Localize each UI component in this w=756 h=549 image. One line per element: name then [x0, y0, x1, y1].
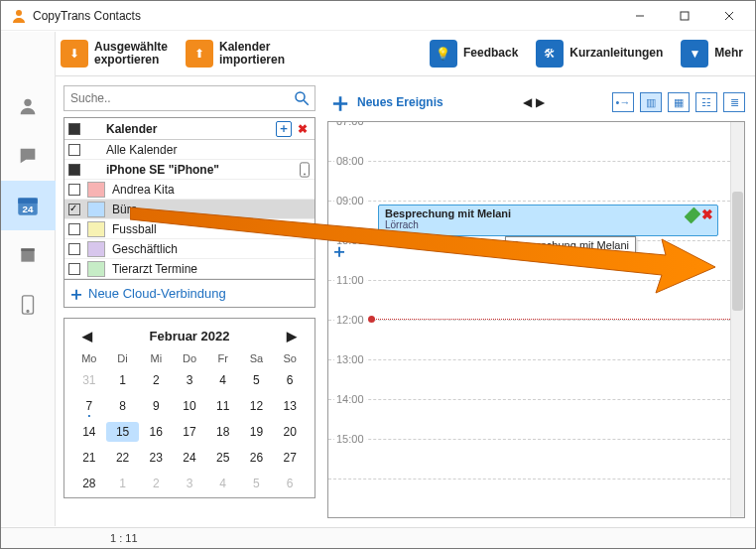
feedback-button[interactable]: 💡 Feedback — [430, 40, 518, 68]
export-icon: ⬇ — [61, 40, 88, 68]
mini-calendar-day[interactable]: 28 — [72, 474, 106, 493]
color-swatch — [87, 241, 105, 257]
scrollbar[interactable] — [730, 122, 744, 517]
mini-calendar-day[interactable]: 1 — [106, 370, 140, 390]
delete-calendar-button[interactable]: ✖ — [295, 121, 311, 137]
mini-calendar-day[interactable]: 14 — [72, 422, 106, 442]
more-button[interactable]: ▼ Mehr — [681, 40, 743, 68]
mini-calendar-day[interactable]: 6 — [273, 370, 307, 390]
color-swatch — [87, 221, 105, 237]
calendar-checkbox[interactable] — [64, 263, 84, 275]
calendar-row[interactable]: Andrea Kita — [64, 180, 315, 200]
mini-calendar-day[interactable]: 24 — [173, 448, 206, 468]
mini-calendar-day[interactable]: 15 — [106, 422, 140, 442]
event-tooltip: Besprechung mit Melani — [505, 236, 636, 254]
hour-row[interactable]: 14:00 — [328, 400, 730, 440]
mini-calendar-day[interactable]: 12 — [240, 396, 274, 416]
calendar-row-device[interactable]: iPhone SE "iPhone" — [64, 160, 315, 180]
new-cloud-connection[interactable]: ＋ Neue Cloud-Verbindung — [63, 280, 315, 308]
mini-calendar-day[interactable]: 10 — [173, 396, 206, 416]
export-selected-button[interactable]: ⬇ Ausgewählteexportieren — [61, 40, 168, 68]
hour-row[interactable]: 11:00 — [328, 281, 730, 321]
mini-calendar-day[interactable]: 31 — [72, 370, 106, 390]
search-box[interactable] — [63, 85, 315, 111]
rail-device[interactable] — [1, 280, 56, 330]
phone-icon — [299, 162, 311, 178]
rail-calendar[interactable]: 24 — [1, 181, 56, 230]
mini-calendar-day[interactable]: 4 — [206, 370, 240, 390]
prev-month-button[interactable]: ◀ — [76, 327, 98, 345]
plus-icon: ＋ — [64, 282, 88, 306]
add-calendar-button[interactable]: ＋ — [276, 121, 292, 137]
rail-notes[interactable] — [1, 230, 56, 280]
calendar-checkbox[interactable] — [64, 204, 84, 215]
maximize-button[interactable] — [662, 1, 706, 31]
next-month-button[interactable]: ▶ — [281, 327, 303, 345]
mini-calendar-day[interactable]: 9 — [139, 396, 173, 416]
calendar-list-header: Kalender — [102, 122, 276, 136]
calendar-row[interactable]: Büro — [64, 200, 315, 219]
view-day-button[interactable]: ▥ — [640, 92, 662, 112]
calendar-checkbox[interactable] — [64, 243, 84, 255]
guides-button[interactable]: 🛠 Kurzanleitungen — [536, 40, 663, 68]
prev-day-button[interactable]: ◀ — [523, 95, 532, 109]
scrollbar-thumb[interactable] — [732, 192, 743, 311]
mini-calendar-title: Februar 2022 — [150, 329, 230, 343]
add-event-inline[interactable]: ＋ — [330, 239, 348, 263]
titlebar: CopyTrans Contacts — [1, 1, 755, 31]
close-button[interactable] — [706, 1, 751, 31]
mini-calendar-day[interactable]: 16 — [139, 422, 173, 442]
calendar-row-all[interactable]: Alle Kalender — [64, 140, 315, 160]
mini-calendar-day[interactable]: 1 — [106, 474, 140, 493]
view-list-button[interactable]: ≣ — [723, 92, 745, 112]
rail-contacts[interactable] — [1, 81, 56, 131]
calendar-row[interactable]: Tierarzt Termine — [64, 259, 315, 279]
edit-event-icon[interactable] — [685, 207, 701, 224]
mini-calendar-day[interactable]: 5 — [240, 474, 274, 493]
hour-row[interactable]: 12:00 — [328, 321, 730, 360]
color-swatch — [87, 182, 105, 198]
mini-calendar-day[interactable]: 26 — [240, 448, 274, 468]
mini-calendar-day[interactable]: 18 — [206, 422, 240, 442]
mini-calendar-day[interactable]: 20 — [273, 422, 307, 442]
calendar-checkbox[interactable] — [64, 223, 84, 235]
hour-row[interactable]: 13:00 — [328, 360, 730, 400]
rail-messages[interactable] — [1, 131, 56, 181]
mini-calendar-day[interactable]: 4 — [206, 474, 240, 493]
calendar-row[interactable]: Geschäftlich — [64, 239, 315, 259]
view-today-button[interactable]: •→ — [612, 92, 634, 112]
mini-calendar-day[interactable]: 25 — [206, 448, 240, 468]
delete-event-icon[interactable]: ✖ — [701, 208, 713, 222]
search-input[interactable] — [68, 90, 293, 106]
next-day-button[interactable]: ▶ — [536, 95, 545, 109]
mini-calendar-day[interactable]: 17 — [173, 422, 206, 442]
all-checkbox[interactable] — [64, 123, 84, 135]
mini-calendar-day[interactable]: 5 — [240, 370, 274, 390]
mini-calendar-day[interactable]: 2 — [139, 370, 173, 390]
import-calendar-button[interactable]: ⬆ Kalenderimportieren — [186, 40, 285, 68]
new-event-button[interactable]: ＋ Neues Ereignis — [327, 92, 443, 112]
mini-calendar-day[interactable]: 11 — [206, 396, 240, 416]
mini-calendar-day[interactable]: 27 — [273, 448, 307, 468]
mini-calendar-day[interactable]: 2 — [139, 474, 173, 493]
mini-calendar-day[interactable]: 3 — [173, 370, 206, 390]
mini-calendar-day[interactable]: 21 — [72, 448, 106, 468]
mini-calendar-day[interactable]: 22 — [106, 448, 140, 468]
hour-row[interactable]: 07:00 — [328, 122, 730, 162]
mini-calendar-day[interactable]: 13 — [273, 396, 307, 416]
hour-row[interactable]: 15:00 — [328, 440, 730, 480]
view-month-button[interactable]: ☷ — [695, 92, 717, 112]
mini-calendar-day[interactable]: 19 — [240, 422, 274, 442]
hour-row[interactable]: 08:00 — [328, 162, 730, 202]
mini-calendar-day[interactable]: 7 — [72, 396, 106, 416]
calendar-event[interactable]: Besprechung mit Melani Lörrach ✖ — [378, 205, 718, 236]
minimize-button[interactable] — [617, 1, 662, 31]
calendar-name: Tierarzt Termine — [108, 262, 311, 276]
view-week-button[interactable]: ▦ — [668, 92, 690, 112]
mini-calendar-day[interactable]: 3 — [173, 474, 206, 493]
calendar-checkbox[interactable] — [64, 184, 84, 196]
mini-calendar-day[interactable]: 8 — [106, 396, 140, 416]
mini-calendar-day[interactable]: 23 — [139, 448, 173, 468]
calendar-row[interactable]: Fussball — [64, 219, 315, 239]
mini-calendar-day[interactable]: 6 — [273, 474, 307, 493]
